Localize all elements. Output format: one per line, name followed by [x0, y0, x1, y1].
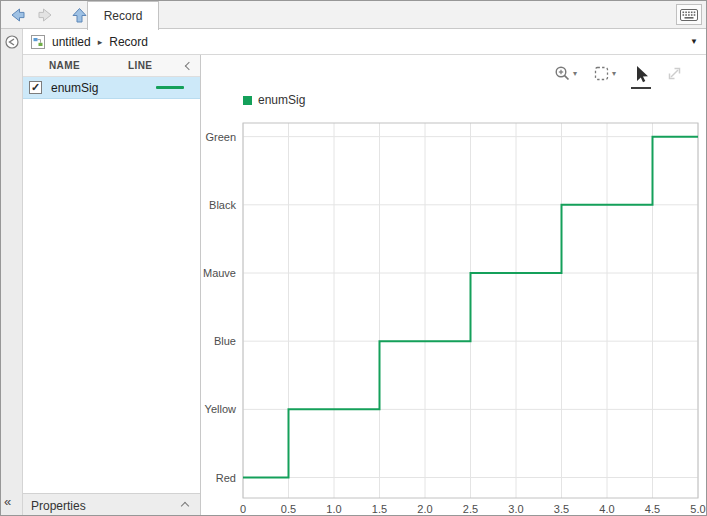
keyboard-icon — [680, 9, 698, 21]
tab-record[interactable]: Record — [87, 1, 159, 30]
svg-text:Green: Green — [205, 131, 236, 143]
column-header-name: NAME — [49, 60, 116, 71]
column-header-line: LINE — [116, 60, 178, 71]
chart-legend: enumSig — [243, 93, 305, 107]
svg-text:Mauve: Mauve — [203, 267, 236, 279]
svg-text:4.5: 4.5 — [645, 503, 660, 515]
svg-text:3.0: 3.0 — [508, 503, 523, 515]
legend-label: enumSig — [258, 93, 305, 107]
breadcrumb-current[interactable]: Record — [109, 35, 148, 49]
nav-buttons — [7, 5, 89, 25]
chevron-left-icon — [185, 61, 193, 69]
top-toolbar: Record — [1, 1, 706, 29]
svg-text:0: 0 — [240, 503, 246, 515]
breadcrumb: untitled ▸ Record ▼ — [23, 29, 707, 55]
signal-line-swatch[interactable] — [156, 86, 184, 89]
signal-row[interactable]: ✓ enumSig — [23, 77, 200, 99]
locate-block-button[interactable] — [4, 34, 20, 50]
signals-header: NAME LINE — [23, 55, 200, 77]
arrow-up-icon — [71, 7, 88, 24]
svg-text:Yellow: Yellow — [205, 403, 236, 415]
svg-text:1.5: 1.5 — [372, 503, 387, 515]
chevron-up-icon — [181, 501, 189, 509]
back-button[interactable] — [7, 5, 27, 25]
signal-checkbox[interactable]: ✓ — [29, 81, 42, 94]
arrow-left-icon — [9, 7, 26, 23]
tab-record-label: Record — [104, 9, 143, 23]
locate-block-icon — [4, 34, 20, 50]
collapse-columns-button[interactable] — [178, 63, 200, 69]
svg-text:Blue: Blue — [214, 335, 236, 347]
svg-text:2.0: 2.0 — [417, 503, 432, 515]
plot-area[interactable]: 00.51.01.52.02.53.03.54.04.55.0RedYellow… — [201, 55, 707, 516]
collapse-panel-button[interactable]: « — [4, 494, 11, 509]
arrow-right-icon — [37, 7, 54, 23]
svg-text:4.0: 4.0 — [599, 503, 614, 515]
chart-pane: ▾ ▾ 00.51.01.52.02.53.03 — [201, 55, 707, 516]
line-column-cell — [138, 86, 200, 89]
properties-label: Properties — [31, 499, 86, 513]
svg-text:1.0: 1.0 — [326, 503, 341, 515]
breadcrumb-model[interactable]: untitled — [52, 35, 91, 49]
properties-bar[interactable]: Properties — [23, 493, 200, 516]
signal-name: enumSig — [42, 81, 138, 95]
left-strip: « — [1, 29, 23, 516]
svg-text:Red: Red — [216, 472, 236, 484]
signals-panel: NAME LINE ✓ enumSig Properties — [23, 55, 201, 516]
svg-text:5.0: 5.0 — [690, 503, 705, 515]
forward-button — [35, 5, 55, 25]
svg-text:3.5: 3.5 — [554, 503, 569, 515]
svg-text:Black: Black — [209, 199, 236, 211]
up-to-parent-button[interactable] — [69, 5, 89, 25]
model-icon — [31, 35, 45, 49]
keyboard-shortcuts-button[interactable] — [676, 4, 702, 25]
breadcrumb-separator-icon: ▸ — [98, 37, 103, 47]
breadcrumb-dropdown-icon[interactable]: ▼ — [690, 37, 698, 46]
svg-text:2.5: 2.5 — [463, 503, 478, 515]
legend-swatch — [243, 96, 252, 105]
svg-text:0.5: 0.5 — [281, 503, 296, 515]
record-viewer-window: Record untitled ▸ Record ▼ — [0, 0, 707, 516]
check-icon: ✓ — [31, 82, 40, 93]
